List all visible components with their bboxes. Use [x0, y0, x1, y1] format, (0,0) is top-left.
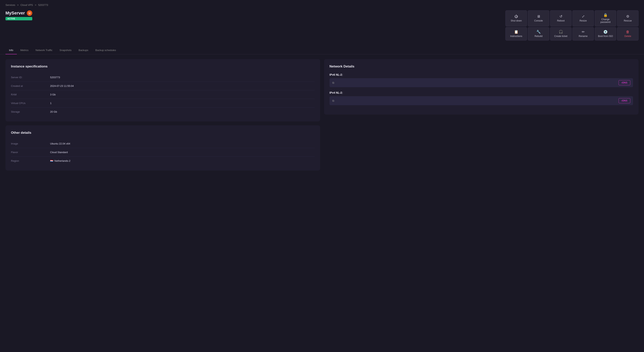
shut-down-button[interactable]: ⏻ Shut down: [506, 10, 527, 26]
reboot-label: Reboot: [557, 19, 565, 22]
rename-label: Rename: [579, 35, 588, 37]
breadcrumb-cloud-vps[interactable]: Cloud VPS: [20, 3, 33, 6]
ipv6-rdns-button[interactable]: rDNS: [618, 80, 630, 85]
rebuild-label: Rebuild: [534, 35, 543, 37]
spec-row-storage: Storage 20 Gb: [11, 108, 315, 116]
rescue-button[interactable]: ⚙ Rescue: [617, 10, 638, 26]
tab-metrics[interactable]: Metrics: [17, 47, 32, 54]
breadcrumb-current: 5203773: [38, 3, 48, 6]
action-buttons-row2: 📋 Instructions 🔧 Rebuild 🎧 Create ticket…: [506, 27, 638, 40]
delete-icon: 🗑: [626, 30, 630, 34]
spec-row-flavor: Flavor Cloud Standard: [11, 148, 315, 157]
rebuild-icon: 🔧: [536, 30, 541, 34]
spec-label-image: Image: [11, 142, 50, 145]
rebuild-button[interactable]: 🔧 Rebuild: [528, 27, 549, 40]
spec-row-created-at: Created at 2024-07-23 11:55:04: [11, 82, 315, 90]
action-buttons-container: ⏻ Shut down 🖥 Console ↺ Reboot ⤢ Resize …: [506, 10, 638, 40]
spec-value-vcpus: 1: [50, 102, 52, 105]
ipv4-rdns-button[interactable]: rDNS: [618, 98, 630, 103]
spec-label-region: Region: [11, 159, 50, 162]
delete-button[interactable]: 🗑 Delete: [617, 27, 638, 40]
os-icon: U: [27, 10, 32, 16]
spec-value-flavor: Cloud Standard: [50, 151, 68, 154]
server-title: MyServer U ACTIVE: [6, 10, 32, 20]
tab-backup-schedules[interactable]: Backup schedules: [92, 47, 120, 54]
ipv4-ip-row: ⧉ rDNS: [330, 96, 633, 105]
ipv4-title: IPv4 NL-2:: [330, 91, 633, 94]
spec-value-ram: 3 Gb: [50, 93, 56, 96]
rename-icon: ✏: [582, 30, 585, 34]
spec-row-vcpus: Virtual CPUs 1: [11, 99, 315, 108]
delete-label: Delete: [624, 35, 631, 37]
network-details-card: Network Details IPv6 NL-2: ⧉ rDNS IPv4 N…: [324, 59, 639, 115]
create-ticket-button[interactable]: 🎧 Create ticket: [550, 27, 572, 40]
reboot-button[interactable]: ↺ Reboot: [550, 10, 572, 26]
action-buttons-row1: ⏻ Shut down 🖥 Console ↺ Reboot ⤢ Resize …: [506, 10, 638, 26]
change-password-icon: 🔒: [603, 13, 608, 17]
ipv4-copy-icon[interactable]: ⧉: [332, 99, 334, 102]
spec-value-storage: 20 Gb: [50, 110, 57, 113]
rescue-icon: ⚙: [626, 15, 629, 18]
breadcrumb-services[interactable]: Services: [6, 3, 15, 6]
spec-label-storage: Storage: [11, 110, 50, 113]
spec-label-vcpus: Virtual CPUs: [11, 102, 50, 105]
create-ticket-icon: 🎧: [559, 30, 563, 34]
network-details-title: Network Details: [330, 64, 633, 68]
shut-down-icon: ⏻: [514, 15, 518, 18]
instructions-label: Instructions: [510, 35, 522, 37]
server-name: MyServer: [6, 10, 25, 16]
main-header: MyServer U ACTIVE ⏻ Shut down 🖥 Console …: [0, 8, 644, 40]
change-password-button[interactable]: 🔒 Change password: [595, 10, 616, 26]
resize-label: Resize: [580, 19, 587, 22]
resize-icon: ⤢: [582, 15, 585, 18]
ipv4-section: IPv4 NL-2: ⧉ rDNS: [330, 91, 633, 105]
instructions-button[interactable]: 📋 Instructions: [506, 27, 527, 40]
instructions-icon: 📋: [514, 30, 518, 34]
tab-network-traffic[interactable]: Network Traffic: [32, 47, 56, 54]
spec-label-flavor: Flavor: [11, 151, 50, 154]
resize-button[interactable]: ⤢ Resize: [572, 10, 594, 26]
instance-specs-card: Instance specifications Server ID: 52037…: [6, 59, 320, 121]
change-password-label: Change password: [596, 18, 614, 23]
content-area: Instance specifications Server ID: 52037…: [0, 54, 644, 175]
spec-value-image: Ubuntu 22.04 x64: [50, 142, 70, 145]
boot-from-iso-button[interactable]: 💿 Boot from ISO: [595, 27, 616, 40]
netherlands-flag-icon: 🇳🇱: [50, 159, 53, 162]
spec-row-ram: RAM 3 Gb: [11, 90, 315, 99]
spec-row-server-id: Server ID: 5203773: [11, 73, 315, 82]
spec-label-ram: RAM: [11, 93, 50, 96]
ipv6-copy-icon[interactable]: ⧉: [332, 81, 334, 84]
shut-down-label: Shut down: [511, 19, 522, 22]
rename-button[interactable]: ✏ Rename: [572, 27, 594, 40]
spec-label-created-at: Created at: [11, 84, 50, 87]
boot-from-iso-icon: 💿: [603, 30, 608, 34]
reboot-icon: ↺: [560, 15, 562, 18]
spec-row-image: Image Ubuntu 22.04 x64: [11, 139, 315, 148]
right-column: Network Details IPv6 NL-2: ⧉ rDNS IPv4 N…: [324, 59, 639, 171]
spec-value-created-at: 2024-07-23 11:55:04: [50, 84, 74, 87]
ipv6-section: IPv6 NL-2: ⧉ rDNS: [330, 73, 633, 87]
boot-from-iso-label: Boot from ISO: [598, 35, 613, 37]
status-badge: ACTIVE: [6, 17, 32, 20]
other-details-card: Other details Image Ubuntu 22.04 x64 Fla…: [6, 125, 320, 171]
instance-specs-title: Instance specifications: [11, 64, 315, 68]
tab-info[interactable]: Info: [6, 47, 17, 54]
spec-value-region: 🇳🇱 Netherlands-2: [50, 159, 70, 162]
ipv6-title: IPv6 NL-2:: [330, 73, 633, 76]
console-label: Console: [534, 19, 543, 22]
breadcrumb: Services > Cloud VPS > 5203773: [0, 0, 644, 8]
rescue-label: Rescue: [624, 19, 632, 22]
spec-value-server-id: 5203773: [50, 76, 60, 79]
tab-snapshots[interactable]: Snapshots: [56, 47, 75, 54]
server-name-row: MyServer U: [6, 10, 32, 16]
ipv6-ip-row: ⧉ rDNS: [330, 78, 633, 87]
create-ticket-label: Create ticket: [554, 35, 567, 37]
other-details-title: Other details: [11, 131, 315, 135]
spec-row-region: Region 🇳🇱 Netherlands-2: [11, 157, 315, 165]
console-icon: 🖥: [537, 15, 540, 18]
console-button[interactable]: 🖥 Console: [528, 10, 549, 26]
tabs-bar: Info Metrics Network Traffic Snapshots B…: [0, 42, 644, 54]
spec-label-server-id: Server ID:: [11, 76, 50, 79]
tab-backups[interactable]: Backups: [75, 47, 92, 54]
left-column: Instance specifications Server ID: 52037…: [6, 59, 320, 171]
